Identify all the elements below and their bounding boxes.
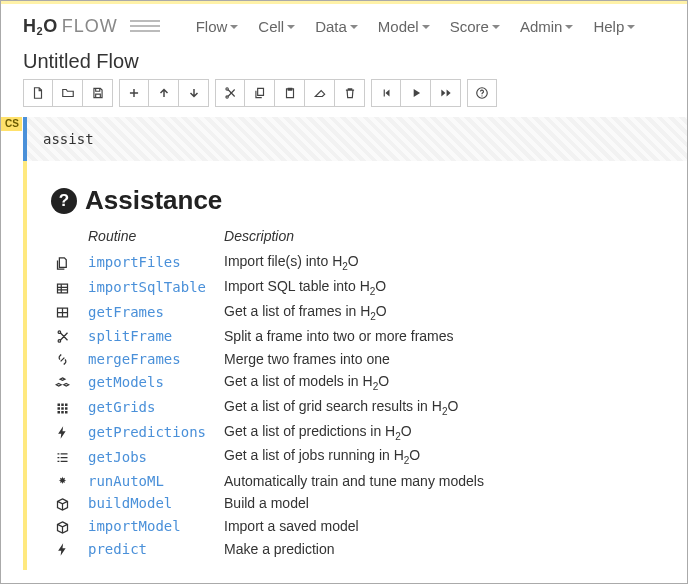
menu-help[interactable]: Help [593,18,635,35]
routine-desc: Merge two frames into one [224,347,502,370]
cube-icon [55,492,88,515]
routine-desc: Automatically train and tune many models [224,469,502,492]
routine-row: getModelsGet a list of models in H2O [55,370,502,395]
cell-type-badge: CS [1,117,22,131]
menu-admin[interactable]: Admin [520,18,574,35]
link-icon [55,347,88,370]
toolbar-run-back-button[interactable] [371,79,401,107]
code-cell[interactable]: assist [23,117,687,161]
tasks-icon [55,444,88,469]
menu-score[interactable]: Score [450,18,500,35]
caret-down-icon [287,25,295,29]
cube-icon [55,515,88,538]
routine-importModel[interactable]: importModel [88,515,224,538]
menu-flow[interactable]: Flow [196,18,239,35]
menu-cell[interactable]: Cell [258,18,295,35]
play-icon [409,86,423,100]
routine-runAutoML[interactable]: runAutoML [88,469,224,492]
cell-output: ? Assistance Routine Description importF… [23,161,687,570]
routine-desc: Get a list of models in H2O [224,370,502,395]
toolbar-trash-button[interactable] [335,79,365,107]
caret-down-icon [565,25,573,29]
save-icon [91,86,105,100]
toolbar-cut-button[interactable] [215,79,245,107]
toolbar-new-button[interactable] [23,79,53,107]
toolbar-copy-button[interactable] [245,79,275,107]
routine-getModels[interactable]: getModels [88,370,224,395]
routine-desc: Get a list of frames in H2O [224,300,502,325]
routine-desc: Make a prediction [224,538,502,561]
routine-row: splitFrameSplit a frame into two or more… [55,324,502,347]
caret-down-icon [230,25,238,29]
erase-icon [313,86,327,100]
toolbar-add-button[interactable] [119,79,149,107]
routine-buildModel[interactable]: buildModel [88,492,224,515]
routines-table: Routine Description importFilesImport fi… [55,224,502,560]
routine-desc: Get a list of grid search results in H2O [224,395,502,420]
toolbar-erase-button[interactable] [305,79,335,107]
files-icon [55,250,88,275]
routine-mergeFrames[interactable]: mergeFrames [88,347,224,370]
routine-splitFrame[interactable]: splitFrame [88,324,224,347]
question-circle-icon: ? [51,188,77,214]
col-routine: Routine [88,224,224,250]
routine-desc: Import file(s) into H2O [224,250,502,275]
routine-desc: Build a model [224,492,502,515]
routine-row: getJobsGet a list of jobs running in H2O [55,444,502,469]
routine-row: mergeFramesMerge two frames into one [55,347,502,370]
routine-importFiles[interactable]: importFiles [88,250,224,275]
table-icon [55,300,88,325]
menu-data[interactable]: Data [315,18,358,35]
menu-model[interactable]: Model [378,18,430,35]
routine-desc: Split a frame into two or more frames [224,324,502,347]
toolbar-paste-button[interactable] [275,79,305,107]
col-description: Description [224,224,502,250]
toolbar-help-button[interactable] [467,79,497,107]
file-icon [31,86,45,100]
routine-row: buildModelBuild a model [55,492,502,515]
routine-getGrids[interactable]: getGrids [88,395,224,420]
toolbar-save-button[interactable] [83,79,113,107]
document-title[interactable]: Untitled Flow [23,50,139,72]
routine-getJobs[interactable]: getJobs [88,444,224,469]
down-icon [187,86,201,100]
ff-icon [439,86,453,100]
folder-icon [61,86,75,100]
caret-down-icon [492,25,500,29]
routine-importSqlTable[interactable]: importSqlTable [88,275,224,300]
paste-icon [283,86,297,100]
toolbar-run-all-button[interactable] [431,79,461,107]
toolbar-up-button[interactable] [149,79,179,107]
copy-icon [253,86,267,100]
routine-row: runAutoMLAutomatically train and tune ma… [55,469,502,492]
routine-getPredictions[interactable]: getPredictions [88,420,224,445]
routine-row: importModelImport a saved model [55,515,502,538]
routine-row: importFilesImport file(s) into H2O [55,250,502,275]
routine-predict[interactable]: predict [88,538,224,561]
bolt-icon [55,420,88,445]
toolbar-down-button[interactable] [179,79,209,107]
caret-down-icon [350,25,358,29]
navbar: H2O FLOW FlowCellDataModelScoreAdminHelp [1,4,687,48]
assistance-heading: Assistance [85,185,222,216]
caret-down-icon [422,25,430,29]
routine-row: importSqlTableImport SQL table into H2O [55,275,502,300]
brand-lines-icon [130,20,160,32]
routine-desc: Import SQL table into H2O [224,275,502,300]
routine-getFrames[interactable]: getFrames [88,300,224,325]
magic-icon [55,469,88,492]
brand-logo: H2O FLOW [23,16,160,37]
scissors-icon [55,324,88,347]
menu-bar: FlowCellDataModelScoreAdminHelp [196,18,636,35]
routine-desc: Import a saved model [224,515,502,538]
toolbar-open-button[interactable] [53,79,83,107]
bolt-icon [55,538,88,561]
scissors-icon [223,86,237,100]
routine-row: predictMake a prediction [55,538,502,561]
routine-desc: Get a list of predictions in H2O [224,420,502,445]
routine-desc: Get a list of jobs running in H2O [224,444,502,469]
up-icon [157,86,171,100]
routine-row: getPredictionsGet a list of predictions … [55,420,502,445]
toolbar-run-button[interactable] [401,79,431,107]
db-icon [55,275,88,300]
